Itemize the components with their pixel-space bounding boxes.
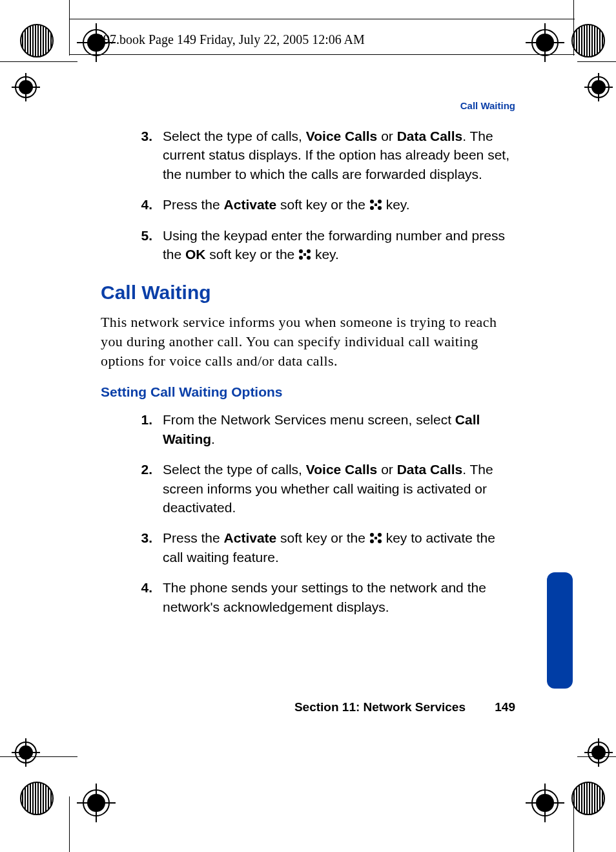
crop-line xyxy=(69,796,70,852)
list-body: Press the Activate soft key or the key t… xyxy=(163,528,515,566)
list-number: 4. xyxy=(101,195,163,214)
section-tab-label: Section 11 xyxy=(574,663,587,727)
bold-text: Data Calls xyxy=(397,129,463,143)
text: or xyxy=(377,462,396,477)
text: From the Network Services menu screen, s… xyxy=(163,412,455,427)
list-body: Select the type of calls, Voice Calls or… xyxy=(163,460,515,517)
registration-mark-icon xyxy=(571,781,606,816)
list-number: 4. xyxy=(101,578,163,616)
talk-key-icon xyxy=(369,199,382,211)
footer-page-number: 149 xyxy=(495,700,515,714)
crosshair-mark-icon xyxy=(77,784,116,822)
svg-point-2 xyxy=(572,25,604,57)
subheading-setting-options: Setting Call Waiting Options xyxy=(101,384,515,400)
svg-point-49 xyxy=(370,539,374,543)
page-content: Call Waiting 3.Select the type of calls,… xyxy=(101,100,515,628)
list-item: 3.Select the type of calls, Voice Calls … xyxy=(101,127,515,183)
bold-text: Activate xyxy=(224,530,277,545)
crosshair-mark-icon xyxy=(526,23,564,62)
list-number: 3. xyxy=(101,528,163,566)
list-item: 4.Press the Activate soft key or the key… xyxy=(101,195,515,214)
list-body: Select the type of calls, Voice Calls or… xyxy=(163,127,515,183)
list-number: 2. xyxy=(101,460,163,517)
svg-point-39 xyxy=(370,206,374,210)
talk-key-icon xyxy=(369,532,382,544)
svg-point-40 xyxy=(378,206,382,210)
target-mark-icon xyxy=(584,738,613,767)
header-rule xyxy=(69,19,70,54)
target-mark-icon xyxy=(584,73,613,101)
svg-point-38 xyxy=(378,200,382,203)
registration-mark-icon xyxy=(19,23,54,58)
list-item: 2.Select the type of calls, Voice Calls … xyxy=(101,460,515,517)
ordered-list-2: 1.From the Network Services menu screen,… xyxy=(101,410,515,616)
talk-key-icon xyxy=(298,249,311,260)
intro-paragraph: This network service informs you when so… xyxy=(101,313,515,370)
header-rule xyxy=(69,54,575,55)
crop-line xyxy=(0,61,77,62)
text: Select the type of calls, xyxy=(163,462,306,477)
text: Press the xyxy=(163,530,224,545)
header-rule xyxy=(69,19,575,19)
target-mark-icon xyxy=(12,73,40,101)
running-head: Call Waiting xyxy=(101,100,515,111)
page-footer: Section 11: Network Services 149 xyxy=(101,700,515,714)
target-mark-icon xyxy=(12,738,40,767)
bold-text: Voice Calls xyxy=(306,462,378,477)
list-body: Press the Activate soft key or the key. xyxy=(163,195,515,214)
svg-point-4 xyxy=(572,782,604,815)
crop-line xyxy=(577,61,616,62)
svg-point-50 xyxy=(378,539,382,543)
svg-point-43 xyxy=(307,249,311,253)
text: or xyxy=(377,129,396,143)
header-note: x497.book Page 149 Friday, July 22, 2005… xyxy=(90,32,365,47)
svg-point-48 xyxy=(378,533,382,537)
list-body: The phone sends your settings to the net… xyxy=(163,578,515,616)
svg-rect-41 xyxy=(375,203,377,206)
registration-mark-icon xyxy=(571,23,606,58)
registration-mark-icon xyxy=(19,781,54,816)
bold-text: Voice Calls xyxy=(306,129,378,143)
list-number: 1. xyxy=(101,410,163,448)
list-item: 5.Using the keypad enter the forwarding … xyxy=(101,226,515,264)
text: key. xyxy=(311,247,339,262)
svg-point-3 xyxy=(21,782,53,815)
svg-rect-46 xyxy=(303,253,306,256)
list-body: From the Network Services menu screen, s… xyxy=(163,410,515,448)
svg-point-47 xyxy=(370,533,374,537)
svg-point-1 xyxy=(21,25,53,57)
list-number: 5. xyxy=(101,226,163,264)
section-tab: Section 11 xyxy=(547,572,573,689)
list-body: Using the keypad enter the forwarding nu… xyxy=(163,226,515,264)
svg-point-45 xyxy=(307,256,311,260)
text: The phone sends your settings to the net… xyxy=(163,580,486,614)
list-item: 3.Press the Activate soft key or the key… xyxy=(101,528,515,566)
text: soft key or the xyxy=(276,197,369,212)
ordered-list-1: 3.Select the type of calls, Voice Calls … xyxy=(101,127,515,264)
bold-text: Activate xyxy=(224,197,277,212)
svg-rect-51 xyxy=(375,537,377,539)
footer-section-label: Section 11: Network Services xyxy=(294,700,466,714)
svg-point-42 xyxy=(299,249,303,253)
bold-text: Data Calls xyxy=(397,462,463,477)
crosshair-mark-icon xyxy=(526,784,564,822)
text: Select the type of calls, xyxy=(163,129,306,143)
text: soft key or the xyxy=(276,530,369,545)
svg-point-44 xyxy=(299,256,303,260)
text: . xyxy=(211,431,215,446)
text: Press the xyxy=(163,197,224,212)
heading-call-waiting: Call Waiting xyxy=(101,282,515,304)
list-number: 3. xyxy=(101,127,163,183)
bold-text: OK xyxy=(185,247,206,262)
svg-point-37 xyxy=(370,200,374,203)
text: soft key or the xyxy=(206,247,299,262)
list-item: 4.The phone sends your settings to the n… xyxy=(101,578,515,616)
text: key. xyxy=(382,197,410,212)
list-item: 1.From the Network Services menu screen,… xyxy=(101,410,515,448)
